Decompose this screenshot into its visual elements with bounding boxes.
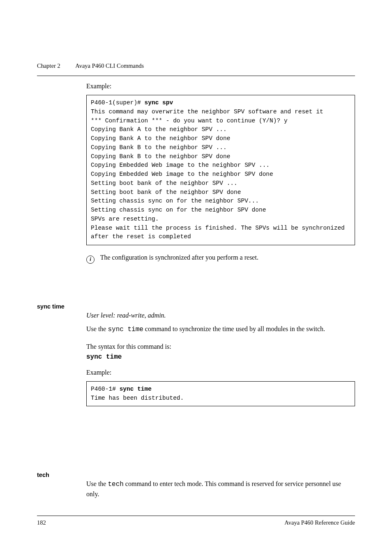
desc-post: command to synchronize the time used by … bbox=[143, 325, 325, 332]
tech-description: Use the tech command to enter tech mode.… bbox=[86, 479, 355, 499]
syntax-label: The syntax for this command is: bbox=[86, 342, 355, 351]
code-prompt: P460-1# bbox=[91, 386, 120, 392]
section-heading-tech: tech bbox=[37, 471, 49, 479]
code-prompt: P460-1(super)# bbox=[91, 99, 145, 106]
page-footer: 182 Avaya P460 Reference Guide bbox=[37, 516, 355, 527]
note-text: The configuration is synchronized after … bbox=[100, 254, 258, 261]
desc-pre: Use the bbox=[86, 480, 108, 487]
example-label: Example: bbox=[86, 368, 355, 377]
code-block-sync-time: P460-1# sync time Time has been distribu… bbox=[86, 381, 355, 407]
code-command: sync spv bbox=[145, 99, 173, 106]
sync-time-description: Use the sync time command to synchronize… bbox=[86, 324, 355, 334]
user-level: User level: read-write, admin. bbox=[86, 311, 355, 320]
main-content: Example: P460-1(super)# sync spv This co… bbox=[86, 81, 355, 274]
header-rule bbox=[37, 76, 355, 76]
code-command: sync time bbox=[120, 386, 152, 392]
section-heading-sync-time: sync time bbox=[37, 302, 65, 311]
section-body-sync-time: User level: read-write, admin. Use the s… bbox=[86, 311, 355, 413]
desc-pre: Use the bbox=[86, 325, 108, 332]
chapter-title: Avaya P460 CLI Commands bbox=[75, 62, 144, 69]
running-header: Chapter 2 Avaya P460 CLI Commands bbox=[37, 62, 355, 70]
syntax-command: sync time bbox=[86, 352, 355, 362]
section-body-tech: Use the tech command to enter tech mode.… bbox=[86, 479, 355, 503]
page-number: 182 bbox=[37, 518, 46, 527]
code-block-sync-spv: P460-1(super)# sync spv This command may… bbox=[86, 95, 355, 245]
desc-post: command to enter tech mode. This command… bbox=[86, 480, 341, 497]
example-label: Example: bbox=[86, 81, 355, 91]
code-output: This command may overwrite the neighbor … bbox=[91, 108, 348, 240]
chapter-label: Chapter 2 bbox=[37, 62, 60, 69]
code-output: Time has been distributed. bbox=[91, 395, 184, 401]
info-icon: i bbox=[86, 256, 95, 264]
doc-title: Avaya P460 Reference Guide bbox=[284, 518, 355, 527]
desc-cmd: tech bbox=[108, 481, 123, 488]
desc-cmd: sync time bbox=[108, 326, 143, 333]
note-line: i The configuration is synchronized afte… bbox=[86, 253, 355, 264]
